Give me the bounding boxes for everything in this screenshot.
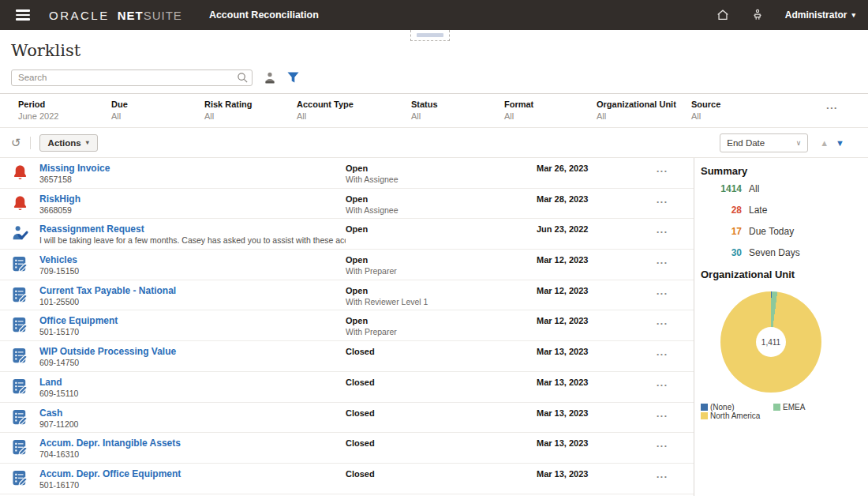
content-area: Missing Invoice 3657158 Open With Assign… bbox=[0, 157, 868, 496]
table-row[interactable]: Cash 907-11200 Closed Mar 13, 2023 ••• bbox=[0, 403, 694, 434]
filter-dropdown[interactable]: Organizational Unit All bbox=[597, 100, 691, 121]
table-row[interactable]: Missing Invoice 3657158 Open With Assign… bbox=[0, 158, 694, 189]
actions-button-label: Actions bbox=[48, 138, 81, 148]
row-status: Open bbox=[346, 224, 537, 235]
filter-funnel-icon[interactable] bbox=[287, 72, 299, 83]
row-end-date: Mar 13, 2023 bbox=[537, 341, 631, 371]
filter-label: Source bbox=[691, 100, 720, 109]
row-end-date: Mar 26, 2023 bbox=[537, 158, 631, 188]
row-title-link[interactable]: Reassignment Request bbox=[39, 224, 346, 235]
row-subtitle: 501-15170 bbox=[39, 327, 346, 337]
row-title-link[interactable]: Accum. Depr. Office Equipment bbox=[39, 469, 346, 479]
refresh-icon[interactable]: ↻ bbox=[11, 137, 21, 148]
row-subtitle: 501-16170 bbox=[39, 480, 346, 490]
filter-dropdown[interactable]: Risk Rating All bbox=[204, 100, 297, 121]
saved-user-filter-icon[interactable] bbox=[264, 72, 275, 84]
row-end-date: Jun 23, 2022 bbox=[537, 219, 631, 249]
sort-descending-icon[interactable]: ▼ bbox=[836, 138, 844, 148]
row-status: Closed bbox=[346, 469, 537, 479]
sort-ascending-icon[interactable]: ▲ bbox=[820, 138, 829, 148]
row-title-link[interactable]: Accum. Depr. Intangible Assets bbox=[39, 438, 346, 449]
row-subtitle: I will be taking leave for a few months.… bbox=[39, 235, 346, 246]
search-input[interactable] bbox=[11, 70, 253, 86]
row-menu-icon[interactable]: ••• bbox=[657, 351, 668, 358]
filter-dropdown[interactable]: Due All bbox=[111, 100, 204, 121]
row-title-link[interactable]: WIP Outside Processing Value bbox=[39, 347, 346, 357]
row-end-date: Mar 13, 2023 bbox=[537, 464, 631, 494]
row-subtitle: 3668059 bbox=[39, 205, 346, 216]
row-end-date: Mar 28, 2023 bbox=[537, 189, 631, 219]
row-menu-icon[interactable]: ••• bbox=[657, 442, 668, 449]
user-menu[interactable]: Administrator ▾ bbox=[785, 9, 855, 21]
table-row[interactable]: Vehicles 709-15150 Open With Preparer Ma… bbox=[0, 250, 694, 280]
row-title-link[interactable]: Missing Invoice bbox=[39, 163, 346, 174]
right-panel: Summary 1414 All 28 Late 17 Due Today 30… bbox=[694, 158, 868, 496]
filter-dropdown[interactable]: Status All bbox=[411, 100, 504, 121]
legend-label: EMEA bbox=[783, 403, 805, 411]
user-assistance-icon[interactable] bbox=[750, 8, 765, 22]
row-menu-icon[interactable]: ••• bbox=[657, 412, 668, 419]
summary-label: Due Today bbox=[749, 226, 794, 237]
alert-icon bbox=[11, 163, 29, 182]
summary-label: Seven Days bbox=[749, 247, 800, 258]
row-menu-icon[interactable]: ••• bbox=[657, 167, 668, 175]
legend-item: EMEA bbox=[773, 403, 868, 411]
filter-dropdown[interactable]: Account Type All bbox=[297, 100, 411, 121]
table-row[interactable]: Accum. Depr. Intangible Assets 704-16310… bbox=[0, 433, 694, 464]
row-menu-icon[interactable]: ••• bbox=[657, 381, 668, 389]
filter-dropdown[interactable]: Format All bbox=[504, 100, 597, 121]
row-title-link[interactable]: Vehicles bbox=[39, 255, 346, 265]
summary-count: 30 bbox=[701, 247, 742, 258]
row-title-link[interactable]: Cash bbox=[39, 408, 346, 419]
reconciliation-icon bbox=[11, 438, 29, 457]
table-row[interactable]: Land 609-15110 Closed Mar 13, 2023 ••• bbox=[0, 372, 694, 403]
summary-item[interactable]: 30 Seven Days bbox=[701, 247, 868, 258]
home-icon[interactable] bbox=[716, 8, 730, 22]
row-subtitle: 704-16310 bbox=[39, 449, 346, 460]
filters-overflow-icon[interactable]: ••• bbox=[827, 104, 838, 111]
table-row[interactable]: Reassignment Request I will be taking le… bbox=[0, 219, 694, 250]
search-row bbox=[11, 69, 868, 86]
row-substatus: With Preparer bbox=[346, 266, 537, 276]
filter-value: All bbox=[297, 111, 411, 121]
filter-value: All bbox=[504, 111, 597, 121]
panel-drag-handle[interactable] bbox=[410, 30, 450, 41]
row-title-link[interactable]: Land bbox=[39, 378, 346, 388]
reassignment-icon bbox=[11, 224, 29, 242]
sort-field-select[interactable]: End Date ∨ bbox=[720, 133, 808, 152]
legend-label: (None) bbox=[710, 403, 735, 411]
row-title-link[interactable]: Office Equipment bbox=[39, 316, 346, 326]
actions-button[interactable]: Actions ▾ bbox=[39, 134, 98, 152]
row-menu-icon[interactable]: ••• bbox=[657, 320, 668, 327]
summary-item[interactable]: 1414 All bbox=[701, 183, 868, 194]
org-unit-legend: (None) EMEA North America bbox=[701, 403, 868, 420]
table-row[interactable]: Current Tax Payable - National 101-25500… bbox=[0, 280, 694, 311]
filter-label: Status bbox=[411, 100, 504, 109]
row-end-date: Mar 13, 2023 bbox=[537, 403, 631, 433]
chevron-down-icon: ▾ bbox=[86, 139, 89, 146]
row-subtitle: 709-15150 bbox=[39, 266, 346, 276]
row-menu-icon[interactable]: ••• bbox=[657, 228, 668, 235]
hamburger-menu-icon[interactable] bbox=[16, 9, 30, 21]
filter-dropdown[interactable]: Period June 2022 bbox=[18, 100, 111, 121]
row-menu-icon[interactable]: ••• bbox=[657, 473, 668, 480]
filter-dropdown[interactable]: Source All bbox=[691, 100, 720, 121]
row-title-link[interactable]: RiskHigh bbox=[39, 194, 346, 205]
toolbar-divider bbox=[30, 137, 31, 149]
org-unit-donut[interactable]: 1,411 bbox=[720, 291, 821, 393]
summary-item[interactable]: 28 Late bbox=[701, 205, 868, 216]
summary-item[interactable]: 17 Due Today bbox=[701, 226, 868, 237]
row-substatus: With Reviewer Level 1 bbox=[346, 297, 537, 307]
table-row[interactable]: WIP Outside Processing Value 609-14750 C… bbox=[0, 341, 694, 372]
table-row[interactable]: Accum. Depr. Office Equipment 501-16170 … bbox=[0, 464, 694, 494]
row-title-link[interactable]: Current Tax Payable - National bbox=[39, 286, 346, 296]
row-menu-icon[interactable]: ••• bbox=[657, 290, 668, 297]
table-row[interactable]: RiskHigh 3668059 Open With Assignee Mar … bbox=[0, 189, 694, 220]
oracle-netsuite-logo: ORACLE NET SUITE bbox=[49, 9, 182, 22]
filter-label: Account Type bbox=[297, 100, 411, 109]
row-menu-icon[interactable]: ••• bbox=[657, 259, 668, 266]
org-unit-title: Organizational Unit bbox=[701, 269, 868, 280]
row-menu-icon[interactable]: ••• bbox=[657, 198, 668, 205]
table-row[interactable]: Office Equipment 501-15170 Open With Pre… bbox=[0, 310, 694, 341]
legend-swatch bbox=[773, 404, 780, 411]
